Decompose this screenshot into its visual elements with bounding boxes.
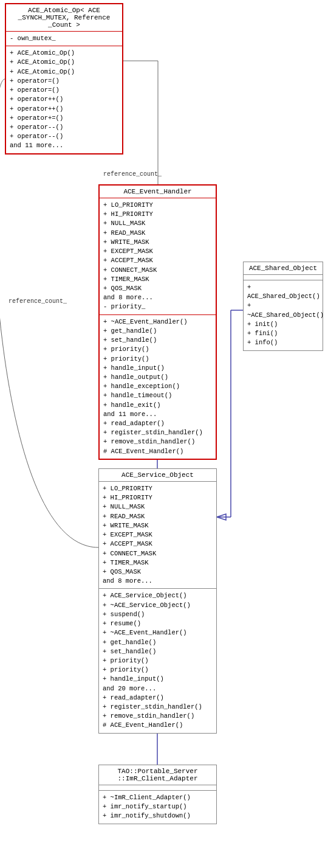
box-service-object: ACE_Service_Object + LO_PRIORITY + HI_PR… bbox=[98, 468, 217, 734]
box-shared-object-methods: + ACE_Shared_Object() + ~ACE_Shared_Obje… bbox=[244, 280, 323, 350]
box-event-handler-methods: + ~ACE_Event_Handler() + get_handle() + … bbox=[100, 315, 216, 459]
box-event-handler: ACE_Event_Handler + LO_PRIORITY + HI_PRI… bbox=[98, 184, 217, 460]
box-atomic-op-title: ACE_Atomic_Op< ACE_SYNCH_MUTEX, Referenc… bbox=[6, 4, 122, 32]
box-event-handler-attrs: + LO_PRIORITY + HI_PRIORITY + NULL_MASK … bbox=[100, 198, 216, 315]
box-tao-adapter-empty bbox=[99, 785, 216, 791]
box-event-handler-title: ACE_Event_Handler bbox=[100, 186, 216, 198]
box-tao-adapter-methods: + ~ImR_Client_Adapter() + imr_notify_sta… bbox=[99, 791, 216, 824]
box-service-object-attrs: + LO_PRIORITY + HI_PRIORITY + NULL_MASK … bbox=[99, 482, 216, 589]
box-tao-adapter: TAO::Portable_Server::ImR_Client_Adapter… bbox=[98, 765, 217, 824]
svg-marker-7 bbox=[217, 514, 226, 520]
box-service-object-methods: + ACE_Service_Object() + ~ACE_Service_Ob… bbox=[99, 589, 216, 732]
box-shared-object-title: ACE_Shared_Object bbox=[244, 262, 323, 275]
box-tao-adapter-title: TAO::Portable_Server::ImR_Client_Adapter bbox=[99, 765, 216, 785]
box-atomic-op: ACE_Atomic_Op< ACE_SYNCH_MUTEX, Referenc… bbox=[5, 3, 123, 155]
diagram-container: reference_count_ reference_count_ ACE_At… bbox=[0, 0, 328, 868]
label-reference-count-top: reference_count_ bbox=[103, 171, 162, 178]
box-shared-object: ACE_Shared_Object + ACE_Shared_Object() … bbox=[243, 262, 323, 351]
box-atomic-op-methods: + ACE_Atomic_Op() + ACE_Atomic_Op() + AC… bbox=[6, 46, 122, 153]
label-reference-count-left: reference_count_ bbox=[9, 298, 67, 305]
box-atomic-op-attrs: - own_mutex_ bbox=[6, 32, 122, 46]
box-service-object-title: ACE_Service_Object bbox=[99, 469, 216, 482]
box-shared-object-empty bbox=[244, 275, 323, 280]
